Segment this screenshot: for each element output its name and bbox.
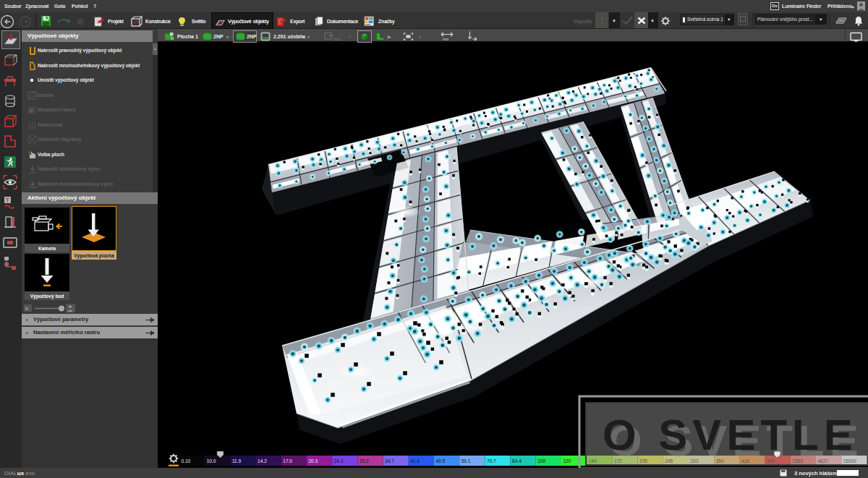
svg-text:mm: mm (443, 38, 448, 41)
svg-text:T: T (6, 197, 10, 204)
svg-text:10.0: 10.0 (207, 458, 216, 464)
svg-text:n: n (25, 306, 28, 311)
svg-text:O SVETLE: O SVETLE (603, 411, 858, 459)
svg-text:11.9: 11.9 (232, 458, 242, 464)
svg-text:29.0: 29.0 (359, 458, 369, 464)
svg-text:59.1: 59.1 (461, 458, 471, 464)
svg-text:49.5: 49.5 (436, 458, 446, 464)
svg-text:24.3: 24.3 (334, 458, 344, 464)
svg-text:0.10: 0.10 (182, 458, 191, 464)
svg-text:20.3: 20.3 (309, 458, 318, 464)
svg-text:120: 120 (563, 458, 571, 464)
svg-text:84.4: 84.4 (512, 458, 522, 464)
svg-text:14.2: 14.2 (258, 458, 267, 464)
svg-text:70.7: 70.7 (487, 458, 496, 464)
svg-text:41.4: 41.4 (410, 458, 420, 464)
svg-text:17.0: 17.0 (283, 458, 292, 464)
svg-text:34.7: 34.7 (385, 458, 394, 464)
svg-text:fond: fond (333, 38, 341, 41)
svg-text:100: 100 (537, 458, 545, 464)
